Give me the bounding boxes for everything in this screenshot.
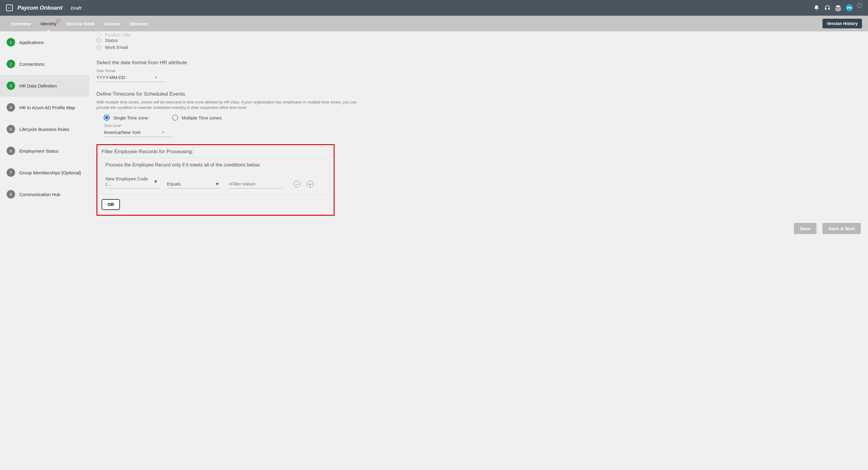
radio-icon xyxy=(172,115,178,121)
timezone-value: America/New York xyxy=(104,130,141,135)
chevron-down-icon: ▼ xyxy=(154,76,157,79)
tab-identity[interactable]: Identity ! xyxy=(36,16,61,31)
tab-service-desk[interactable]: Service Desk xyxy=(61,16,99,31)
date-format-select[interactable]: YYYY-MM-DD ▼ xyxy=(96,74,166,82)
tab-observe[interactable]: Observe xyxy=(125,16,153,31)
remove-condition-icon[interactable]: − xyxy=(293,181,300,187)
radio-label: Multiple Time zones xyxy=(182,115,222,120)
radio-label: Single Time zone xyxy=(113,115,148,120)
radio-single-timezone[interactable]: Single Time zone xyxy=(104,115,148,121)
app-header: ← Paycom Onboard Draft PM ! xyxy=(0,0,868,16)
sidebar-item-profile-map[interactable]: 4 HR to Azure AD Profile Map xyxy=(0,96,89,118)
condition-attribute-value: New Employee Code (… xyxy=(105,176,153,186)
chevron-down-icon: ▼ xyxy=(161,130,164,134)
sidebar-item-connections[interactable]: 2 Connections xyxy=(0,53,89,75)
condition-value-input[interactable] xyxy=(228,180,283,188)
stack-icon[interactable] xyxy=(835,4,841,11)
date-format-title: Select the date format from HR attribute xyxy=(96,60,861,66)
sidebar: 1 Applications 2 Connections 3 HR Data D… xyxy=(0,31,89,470)
condition-operator-select[interactable]: Equals ▼ xyxy=(167,180,221,188)
draft-status: Draft xyxy=(71,5,82,10)
tab-identity-label: Identity xyxy=(41,21,57,26)
date-format-value: YYYY-MM-DD xyxy=(96,75,125,80)
app-title: Paycom Onboard xyxy=(18,5,62,11)
attr-row: − Status xyxy=(96,37,861,44)
sidebar-item-group-memberships[interactable]: 7 Group Memberships [Optional] xyxy=(0,162,89,183)
step-number: 5 xyxy=(7,125,15,133)
avatar[interactable]: PM xyxy=(846,4,853,11)
chevron-down-icon: ▼ xyxy=(153,179,158,184)
condition-row: New Employee Code (… ▼ Equals ▼ − + xyxy=(105,175,326,188)
sidebar-item-communication-hub[interactable]: 8 Communication Hub xyxy=(0,183,89,205)
save-button[interactable]: Save xyxy=(794,223,816,234)
warning-icon: ! xyxy=(56,19,60,23)
info-icon[interactable]: ! xyxy=(857,3,862,8)
content-area: − Position Title − Status − Work Email S… xyxy=(89,31,868,470)
add-condition-icon[interactable]: + xyxy=(307,181,313,187)
step-number: 3 xyxy=(7,82,15,90)
attr-row: − Position Title xyxy=(96,31,861,37)
sidebar-item-hr-data-definition[interactable]: 3 HR Data Definition xyxy=(0,75,89,96)
timezone-desc: With multiple time zones, events will be… xyxy=(96,99,362,110)
step-label: Group Memberships [Optional] xyxy=(19,170,81,175)
attr-label: Position Title xyxy=(105,32,130,37)
attr-row: − Work Email xyxy=(96,44,861,51)
attr-label: Work Email xyxy=(105,45,128,50)
step-number: 8 xyxy=(7,190,15,199)
tab-access[interactable]: Access xyxy=(99,16,125,31)
back-icon[interactable]: ← xyxy=(6,4,13,11)
tab-overview[interactable]: Overview xyxy=(6,16,36,31)
radio-icon xyxy=(104,115,110,121)
conditions-box: Process the Employee Record only if it m… xyxy=(101,158,330,195)
version-history-button[interactable]: Version History xyxy=(823,19,862,28)
step-number: 2 xyxy=(7,60,15,68)
condition-operator-value: Equals xyxy=(167,181,181,186)
sidebar-item-lifecycle-rules[interactable]: 5 Lifecycle Business Rules xyxy=(0,118,89,140)
step-label: Applications xyxy=(19,40,44,45)
sidebar-item-applications[interactable]: 1 Applications xyxy=(0,31,89,53)
or-button[interactable]: OR xyxy=(101,199,120,210)
filter-title: Filter Employee Records for Processing: xyxy=(101,149,330,155)
step-label: HR to Azure AD Profile Map xyxy=(19,105,75,110)
header-actions: PM ! xyxy=(813,4,862,11)
remove-attr-icon[interactable]: − xyxy=(96,33,101,37)
filter-section-highlight: Filter Employee Records for Processing: … xyxy=(96,144,335,216)
radio-multiple-timezones[interactable]: Multiple Time zones xyxy=(172,115,222,121)
save-next-button[interactable]: Save & Next xyxy=(823,223,861,234)
sidebar-item-employment-status[interactable]: 6 Employment Status xyxy=(0,140,89,162)
attr-label: Status xyxy=(105,38,118,43)
chevron-down-icon: ▼ xyxy=(215,181,219,186)
step-label: Connections xyxy=(19,62,44,67)
timezone-radio-group: Single Time zone Multiple Time zones xyxy=(104,115,861,121)
remove-attr-icon[interactable]: − xyxy=(96,45,101,50)
timezone-select[interactable]: America/New York ▼ xyxy=(104,128,173,137)
timezone-field-label: Time zone* xyxy=(104,124,861,128)
step-number: 1 xyxy=(7,38,15,47)
step-label: Employment Status xyxy=(19,148,59,153)
remove-attr-icon[interactable]: − xyxy=(96,38,101,43)
tabs-bar: Overview Identity ! Service Desk Access … xyxy=(0,16,868,31)
conditions-instruction: Process the Employee Record only if it m… xyxy=(105,162,326,168)
step-number: 7 xyxy=(7,168,15,177)
headphones-icon[interactable] xyxy=(824,4,831,11)
step-label: Communication Hub xyxy=(19,192,60,197)
step-label: Lifecycle Business Rules xyxy=(19,127,69,132)
step-number: 6 xyxy=(7,147,15,155)
bell-icon[interactable] xyxy=(813,4,820,11)
step-label: HR Data Definition xyxy=(19,83,57,88)
timezone-title: Define Timezone for Scheduled Events xyxy=(96,91,861,97)
step-number: 4 xyxy=(7,103,15,112)
footer-actions: Save Save & Next xyxy=(96,221,861,236)
condition-attribute-select[interactable]: New Employee Code (… ▼ xyxy=(105,175,160,188)
date-format-label: Date format xyxy=(96,69,861,73)
